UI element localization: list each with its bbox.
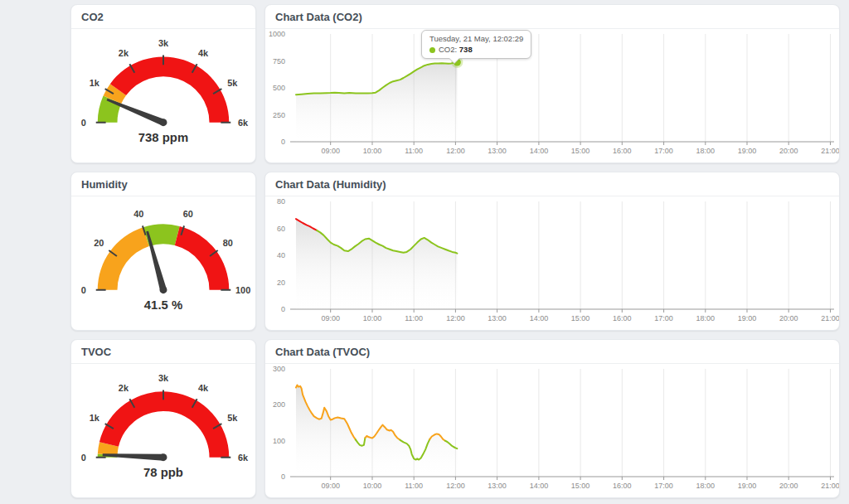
y-tick-label: 20 (277, 279, 285, 287)
tooltip-series-label: CO2: (439, 45, 457, 54)
x-tick-label: 21:00 (821, 482, 839, 490)
y-tick-label: 100 (273, 437, 285, 445)
tooltip-arrow-inner (449, 57, 460, 63)
tooltip-value-row: CO2: 738 (429, 45, 523, 54)
gauge-tick-label: 40 (133, 209, 143, 219)
co2-chart-card: Chart Data (CO2) 09:0010:0011:0012:0013:… (264, 4, 840, 163)
gauge-tick-label: 5k (227, 78, 238, 88)
x-tick-label: 12:00 (446, 482, 465, 490)
gauge-tick-label: 4k (198, 48, 209, 58)
gauge-tick-label: 3k (158, 38, 169, 48)
x-tick-label: 13:00 (488, 147, 507, 155)
x-tick-label: 09:00 (321, 314, 340, 322)
x-tick-label: 17:00 (654, 482, 673, 490)
x-tick-label: 11:00 (405, 314, 423, 322)
x-tick-label: 19:00 (738, 147, 757, 155)
co2-gauge-title: CO2 (71, 5, 255, 29)
x-tick-label: 16:00 (613, 482, 632, 490)
x-tick-label: 18:00 (696, 147, 716, 155)
tvoc-chart[interactable]: 09:0010:0011:0012:0013:0014:0015:0016:00… (265, 364, 839, 498)
x-tick-label: 12:00 (446, 147, 465, 155)
x-tick-label: 10:00 (363, 314, 382, 322)
x-tick-label: 14:00 (530, 482, 549, 490)
x-tick-label: 14:00 (530, 314, 549, 322)
gauge-tick-label: 20 (94, 238, 104, 248)
y-tick-label: 250 (273, 111, 285, 119)
gauge-tick-label: 6k (238, 118, 249, 128)
humidity-chart-card: Chart Data (Humidity) 09:0010:0011:0012:… (264, 172, 840, 331)
dashboard: CO2 01k2k3k4k5k6k738 ppm Chart Data (CO2… (0, 0, 849, 498)
y-tick-label: 300 (273, 365, 285, 373)
gauge-tick-label: 1k (90, 413, 100, 423)
gauge-needle-pivot (160, 453, 167, 461)
gauge-tick-label: 1k (90, 78, 100, 88)
x-tick-label: 09:00 (321, 147, 340, 155)
tvoc-gauge-card: TVOC 01k2k3k4k5k6k78 ppb (70, 339, 256, 498)
co2-gauge: 01k2k3k4k5k6k738 ppm (71, 29, 255, 163)
gauge-value: 41.5 % (144, 299, 182, 313)
x-tick-label: 15:00 (571, 147, 590, 155)
tvoc-chart-card: Chart Data (TVOC) 09:0010:0011:0012:0013… (264, 339, 840, 498)
gauge-zone-orange (98, 227, 149, 289)
x-tick-label: 13:00 (488, 314, 507, 322)
x-tick-label: 17:00 (654, 314, 673, 322)
co2-chart[interactable]: 09:0010:0011:0012:0013:0014:0015:0016:00… (265, 29, 839, 163)
gauge-needle-pivot (160, 119, 167, 126)
x-tick-label: 10:00 (363, 482, 382, 490)
humidity-chart[interactable]: 09:0010:0011:0012:0013:0014:0015:0016:00… (265, 196, 839, 331)
co2-chart-title: Chart Data (CO2) (265, 5, 839, 29)
gauge-zone-red (99, 391, 229, 457)
humidity-gauge-title: Humidity (71, 172, 255, 196)
y-tick-label: 40 (277, 251, 285, 259)
area-fill (296, 385, 457, 477)
gauge-value: 78 ppb (143, 467, 183, 480)
x-tick-label: 12:00 (446, 314, 465, 322)
gauge-tick-label: 2k (119, 48, 129, 58)
x-tick-label: 20:00 (779, 482, 798, 490)
gauge-tick-label: 4k (198, 383, 209, 393)
x-tick-label: 20:00 (779, 314, 798, 322)
gauge-tick-label: 100 (235, 285, 250, 295)
gauge-tick-label: 60 (183, 209, 193, 219)
x-tick-label: 13:00 (488, 482, 507, 490)
gauge-tick-label: 6k (238, 453, 249, 463)
x-tick-label: 20:00 (779, 147, 798, 155)
gauge-needle-pivot (160, 286, 167, 293)
gauge-tick-label: 5k (227, 413, 238, 423)
x-tick-label: 18:00 (696, 314, 716, 322)
x-tick-label: 21:00 (821, 147, 839, 155)
y-tick-label: 200 (273, 400, 285, 409)
gauge-tick-label: 80 (223, 238, 233, 248)
humidity-gauge: 02040608010041.5 % (71, 196, 255, 331)
gauge-value: 738 ppm (138, 132, 188, 145)
x-tick-label: 21:00 (821, 314, 839, 322)
gauge-zone-red (175, 226, 230, 290)
gauge-tick-label: 0 (81, 453, 86, 463)
tvoc-chart-title: Chart Data (TVOC) (265, 340, 839, 364)
gauge-zone-red (110, 56, 229, 122)
y-tick-label: 80 (277, 197, 285, 206)
x-tick-label: 11:00 (405, 482, 423, 490)
y-tick-label: 500 (273, 84, 285, 92)
y-tick-label: 60 (277, 225, 285, 233)
co2-gauge-card: CO2 01k2k3k4k5k6k738 ppm (70, 4, 256, 163)
x-tick-label: 16:00 (613, 314, 632, 322)
x-tick-label: 19:00 (738, 482, 757, 490)
series-dot-icon (429, 47, 435, 53)
x-tick-label: 18:00 (696, 482, 716, 490)
gauge-tick-label: 0 (81, 118, 86, 128)
x-tick-label: 15:00 (571, 314, 590, 322)
gauge-tick-label: 0 (81, 285, 86, 295)
y-tick-label: 0 (281, 305, 285, 313)
x-tick-label: 15:00 (571, 482, 590, 490)
x-tick-label: 10:00 (363, 147, 382, 155)
gauge-tick-label: 2k (119, 383, 129, 393)
tvoc-gauge-title: TVOC (71, 340, 255, 364)
tooltip-timestamp: Tuesday, 21 May, 12:02:29 (429, 34, 523, 43)
humidity-chart-title: Chart Data (Humidity) (265, 172, 839, 196)
tooltip-series-value: 738 (459, 45, 473, 54)
x-tick-label: 19:00 (738, 314, 757, 322)
x-tick-label: 11:00 (405, 147, 423, 155)
x-tick-label: 17:00 (654, 147, 673, 155)
y-tick-label: 1000 (269, 30, 285, 38)
